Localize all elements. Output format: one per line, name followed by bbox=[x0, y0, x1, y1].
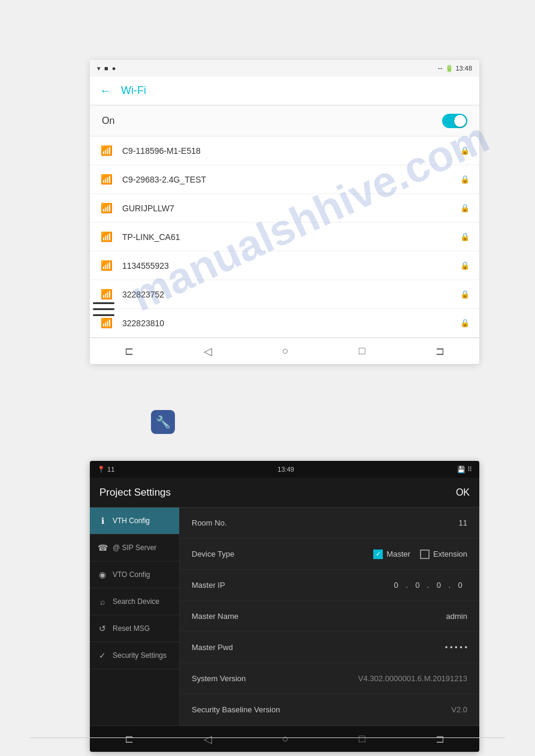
ip-dot-2: . bbox=[427, 581, 430, 590]
settings-nav-square[interactable]: □ bbox=[359, 733, 365, 745]
wifi-toggle-switch[interactable] bbox=[442, 114, 467, 128]
ip-dot-1: . bbox=[406, 581, 408, 590]
settings-body: ℹ VTH Config ☎ @ SIP Server ◉ VTO Config… bbox=[90, 508, 479, 725]
sidebar-item-sip-server[interactable]: ☎ @ SIP Server bbox=[90, 535, 179, 561]
hamburger-line-2 bbox=[93, 308, 114, 310]
master-label: Master bbox=[386, 549, 410, 558]
ip-octet-3[interactable]: 0 bbox=[431, 581, 446, 590]
settings-nav-vol-down[interactable]: ⊏ bbox=[125, 733, 134, 746]
settings-status-left: 📍 11 bbox=[97, 466, 114, 473]
settings-sidebar: ℹ VTH Config ☎ @ SIP Server ◉ VTO Config… bbox=[90, 508, 180, 725]
sidebar-item-search-device[interactable]: ⌕ Search Device bbox=[90, 588, 179, 615]
usb-icon: ↔ bbox=[437, 65, 445, 72]
toggle-knob bbox=[454, 115, 466, 127]
wifi-network-name: C9-118596-M1-E518 bbox=[122, 146, 452, 156]
settings-status-bar: 📍 11 13:49 💾 ⠿ bbox=[90, 461, 479, 478]
settings-nav-vol-up[interactable]: ⊐ bbox=[436, 733, 445, 746]
sidebar-item-vth-config[interactable]: ℹ VTH Config bbox=[90, 508, 179, 535]
extension-checkbox[interactable] bbox=[420, 549, 430, 559]
wifi-toggle-row[interactable]: On bbox=[90, 105, 479, 136]
lock-icon: 🔒 bbox=[460, 261, 470, 270]
settings-row-master-pwd: Master Pwd • • • • • bbox=[180, 632, 479, 663]
sidebar-label-search: Search Device bbox=[113, 597, 159, 606]
status-icons-left: ▾ ■ ● bbox=[97, 65, 116, 72]
room-no-label: Room No. bbox=[192, 518, 227, 527]
wifi-signal-icon: 📶 bbox=[99, 231, 114, 242]
wrench-icon-button[interactable]: 🔧 bbox=[151, 410, 175, 434]
wifi-screen: ▾ ■ ● ↔ 🔋 13:48 ← Wi-Fi On 📶 C9-118596-M… bbox=[90, 60, 479, 364]
grid-icon: ⠿ bbox=[467, 466, 472, 473]
wifi-network-item[interactable]: 📶 322823810 🔒 bbox=[90, 309, 479, 338]
nav-recent-right[interactable]: ⊐ bbox=[436, 345, 445, 358]
ip-address-field[interactable]: 0 . 0 . 0 . 0 bbox=[389, 581, 467, 590]
settings-status-time: 13:49 bbox=[277, 466, 294, 473]
hamburger-menu[interactable] bbox=[93, 302, 114, 316]
ip-dot-3: . bbox=[448, 581, 451, 590]
master-checkbox[interactable]: ✓ bbox=[373, 549, 383, 559]
status-time: ↔ 🔋 13:48 bbox=[437, 65, 472, 72]
wifi-network-name: C9-29683-2.4G_TEST bbox=[122, 175, 452, 184]
wifi-network-item[interactable]: 📶 C9-118596-M1-E518 🔒 bbox=[90, 136, 479, 165]
settings-header: Project Settings OK bbox=[90, 478, 479, 508]
master-name-value[interactable]: admin bbox=[446, 612, 467, 621]
wrench-icon: 🔧 bbox=[156, 415, 171, 429]
sidebar-label-reset: Reset MSG bbox=[113, 624, 150, 633]
settings-row-master-name: Master Name admin bbox=[180, 601, 479, 632]
wifi-network-item[interactable]: 📶 TP-LINK_CA61 🔒 bbox=[90, 223, 479, 251]
wifi-network-name: TP-LINK_CA61 bbox=[122, 232, 452, 242]
hamburger-line-1 bbox=[93, 302, 114, 304]
settings-nav-back[interactable]: ◁ bbox=[204, 733, 212, 746]
settings-row-room-no: Room No. 11 bbox=[180, 508, 479, 539]
wifi-network-item[interactable]: 📶 1134555923 🔒 bbox=[90, 251, 479, 280]
nav-square-button[interactable]: □ bbox=[359, 345, 365, 357]
nav-back-button[interactable]: ◁ bbox=[204, 345, 212, 358]
settings-row-device-type: Device Type ✓ Master Extension bbox=[180, 539, 479, 570]
settings-nav-bar: ⊏ ◁ ○ □ ⊐ bbox=[90, 725, 479, 752]
circle-icon: ◉ bbox=[97, 570, 108, 579]
system-version-value: V4.302.0000001.6.M.20191213 bbox=[358, 674, 467, 683]
wifi-network-item[interactable]: 📶 322823752 🔒 bbox=[90, 280, 479, 309]
wifi-network-item[interactable]: 📶 GURIJPLLW7 🔒 bbox=[90, 194, 479, 223]
room-no-value[interactable]: 11 bbox=[459, 518, 467, 527]
wifi-signal-icon: 📶 bbox=[99, 260, 114, 271]
back-button[interactable]: ← bbox=[99, 84, 111, 98]
sidebar-item-security-settings[interactable]: ✓ Security Settings bbox=[90, 642, 179, 669]
wifi-signal-icon: 📶 bbox=[99, 145, 114, 156]
extension-label: Extension bbox=[433, 549, 467, 558]
wifi-network-item[interactable]: 📶 C9-29683-2.4G_TEST 🔒 bbox=[90, 165, 479, 194]
ip-octet-1[interactable]: 0 bbox=[389, 581, 403, 590]
ip-octet-2[interactable]: 0 bbox=[410, 581, 425, 590]
lock-icon: 🔒 bbox=[460, 290, 470, 299]
sidebar-item-vto-config[interactable]: ◉ VTO Config bbox=[90, 561, 179, 588]
sd-icon: 💾 bbox=[457, 466, 466, 473]
extension-checkbox-item[interactable]: Extension bbox=[420, 549, 467, 559]
ip-octet-4[interactable]: 0 bbox=[453, 581, 467, 590]
wifi-network-name: 1134555923 bbox=[122, 261, 452, 271]
settings-row-master-ip: Master IP 0 . 0 . 0 . 0 bbox=[180, 570, 479, 601]
lock-icon: 🔒 bbox=[460, 232, 470, 241]
check-icon: ✓ bbox=[376, 550, 381, 558]
master-checkbox-item[interactable]: ✓ Master bbox=[373, 549, 410, 559]
nav-home-button[interactable]: ○ bbox=[282, 345, 289, 357]
sidebar-label-vto: VTO Config bbox=[113, 570, 150, 579]
sidebar-item-reset-msg[interactable]: ↺ Reset MSG bbox=[90, 615, 179, 642]
bottom-divider bbox=[30, 737, 505, 738]
phone-icon: ☎ bbox=[97, 543, 108, 552]
settings-location-num: 11 bbox=[107, 466, 114, 473]
security-baseline-value: V2.0 bbox=[451, 705, 467, 714]
wifi-nav-bar: ⊏ ◁ ○ □ ⊐ bbox=[90, 338, 479, 364]
settings-row-security-baseline: Security Baseline Version V2.0 bbox=[180, 694, 479, 725]
sidebar-label-vth: VTH Config bbox=[113, 517, 150, 525]
reset-icon: ↺ bbox=[97, 624, 108, 633]
master-pwd-label: Master Pwd bbox=[192, 643, 233, 652]
lock-icon: 🔒 bbox=[460, 146, 470, 155]
wifi-signal-icon: 📶 bbox=[99, 317, 114, 329]
settings-status-right: 💾 ⠿ bbox=[457, 466, 472, 473]
master-ip-label: Master IP bbox=[192, 581, 225, 590]
settings-title: Project Settings bbox=[99, 487, 171, 499]
nav-recent-left[interactable]: ⊏ bbox=[125, 345, 134, 358]
settings-nav-home[interactable]: ○ bbox=[282, 733, 289, 745]
wifi-signal-icon: 📶 bbox=[99, 202, 114, 214]
settings-ok-button[interactable]: OK bbox=[456, 487, 470, 498]
master-pwd-value[interactable]: • • • • • bbox=[445, 643, 467, 652]
